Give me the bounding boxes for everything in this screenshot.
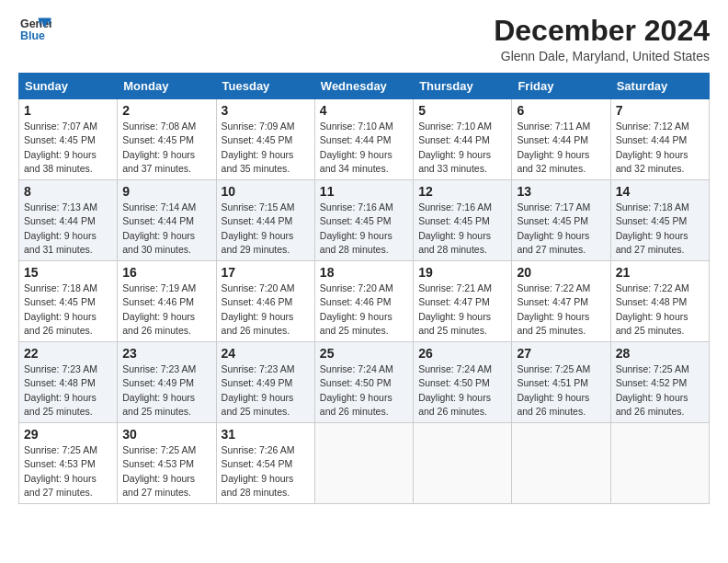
day-number: 19: [418, 265, 506, 280]
calendar-week-row: 29Sunrise: 7:25 AMSunset: 4:53 PMDayligh…: [19, 423, 710, 504]
calendar-cell: 3Sunrise: 7:09 AMSunset: 4:45 PMDaylight…: [216, 99, 314, 180]
day-info: Sunrise: 7:08 AMSunset: 4:45 PMDaylight:…: [122, 120, 210, 176]
day-info: Sunrise: 7:25 AMSunset: 4:53 PMDaylight:…: [122, 443, 210, 500]
day-info: Sunrise: 7:10 AMSunset: 4:44 PMDaylight:…: [320, 120, 408, 176]
day-info: Sunrise: 7:14 AMSunset: 4:44 PMDaylight:…: [122, 201, 210, 257]
day-number: 31: [222, 427, 310, 442]
day-info: Sunrise: 7:25 AMSunset: 4:51 PMDaylight:…: [517, 362, 605, 419]
day-info: Sunrise: 7:19 AMSunset: 4:46 PMDaylight:…: [122, 282, 210, 338]
calendar-cell: 2Sunrise: 7:08 AMSunset: 4:45 PMDaylight…: [118, 99, 216, 180]
calendar-cell: 5Sunrise: 7:10 AMSunset: 4:44 PMDaylight…: [414, 99, 512, 180]
day-number: 29: [24, 427, 112, 442]
weekday-header-tuesday: Tuesday: [216, 74, 314, 99]
day-number: 15: [24, 265, 112, 280]
calendar-cell: 8Sunrise: 7:13 AMSunset: 4:44 PMDaylight…: [19, 180, 118, 261]
day-number: 18: [320, 265, 408, 280]
calendar-cell: 19Sunrise: 7:21 AMSunset: 4:47 PMDayligh…: [414, 261, 512, 342]
day-number: 6: [517, 103, 605, 118]
calendar-cell: 24Sunrise: 7:23 AMSunset: 4:49 PMDayligh…: [216, 342, 314, 423]
day-number: 23: [122, 346, 210, 361]
logo: General Blue: [18, 15, 51, 44]
day-info: Sunrise: 7:23 AMSunset: 4:48 PMDaylight:…: [24, 362, 112, 419]
calendar-week-row: 15Sunrise: 7:18 AMSunset: 4:45 PMDayligh…: [19, 261, 710, 342]
day-info: Sunrise: 7:23 AMSunset: 4:49 PMDaylight:…: [222, 362, 310, 419]
svg-text:Blue: Blue: [20, 29, 45, 42]
day-info: Sunrise: 7:24 AMSunset: 4:50 PMDaylight:…: [320, 362, 408, 419]
day-info: Sunrise: 7:26 AMSunset: 4:54 PMDaylight:…: [222, 443, 310, 500]
calendar-cell: [414, 423, 512, 504]
day-number: 30: [122, 427, 210, 442]
location-title: Glenn Dale, Maryland, United States: [494, 49, 710, 63]
day-info: Sunrise: 7:21 AMSunset: 4:47 PMDaylight:…: [418, 282, 506, 338]
weekday-header-row: SundayMondayTuesdayWednesdayThursdayFrid…: [19, 74, 710, 99]
calendar-cell: 12Sunrise: 7:16 AMSunset: 4:45 PMDayligh…: [414, 180, 512, 261]
day-info: Sunrise: 7:23 AMSunset: 4:49 PMDaylight:…: [122, 362, 210, 419]
calendar-cell: 16Sunrise: 7:19 AMSunset: 4:46 PMDayligh…: [118, 261, 216, 342]
day-info: Sunrise: 7:07 AMSunset: 4:45 PMDaylight:…: [24, 120, 112, 176]
day-info: Sunrise: 7:18 AMSunset: 4:45 PMDaylight:…: [24, 282, 112, 338]
weekday-header-thursday: Thursday: [414, 74, 512, 99]
calendar-cell: 18Sunrise: 7:20 AMSunset: 4:46 PMDayligh…: [314, 261, 413, 342]
calendar-cell: 17Sunrise: 7:20 AMSunset: 4:46 PMDayligh…: [216, 261, 314, 342]
day-number: 2: [122, 103, 210, 118]
calendar-cell: 1Sunrise: 7:07 AMSunset: 4:45 PMDaylight…: [19, 99, 118, 180]
day-info: Sunrise: 7:12 AMSunset: 4:44 PMDaylight:…: [616, 120, 704, 176]
day-number: 27: [517, 346, 605, 361]
day-number: 8: [24, 184, 112, 199]
calendar-cell: 20Sunrise: 7:22 AMSunset: 4:47 PMDayligh…: [512, 261, 610, 342]
day-info: Sunrise: 7:20 AMSunset: 4:46 PMDaylight:…: [320, 282, 408, 338]
calendar-cell: 28Sunrise: 7:25 AMSunset: 4:52 PMDayligh…: [610, 342, 709, 423]
day-info: Sunrise: 7:09 AMSunset: 4:45 PMDaylight:…: [222, 120, 310, 176]
calendar-week-row: 22Sunrise: 7:23 AMSunset: 4:48 PMDayligh…: [19, 342, 710, 423]
day-number: 14: [616, 184, 704, 199]
day-info: Sunrise: 7:17 AMSunset: 4:45 PMDaylight:…: [517, 201, 605, 257]
day-number: 1: [24, 103, 112, 118]
day-number: 20: [517, 265, 605, 280]
day-info: Sunrise: 7:11 AMSunset: 4:44 PMDaylight:…: [517, 120, 605, 176]
day-number: 11: [320, 184, 408, 199]
day-info: Sunrise: 7:16 AMSunset: 4:45 PMDaylight:…: [418, 201, 506, 257]
day-number: 24: [222, 346, 310, 361]
day-info: Sunrise: 7:15 AMSunset: 4:44 PMDaylight:…: [222, 201, 310, 257]
calendar-week-row: 1Sunrise: 7:07 AMSunset: 4:45 PMDaylight…: [19, 99, 710, 180]
calendar-cell: 25Sunrise: 7:24 AMSunset: 4:50 PMDayligh…: [314, 342, 413, 423]
calendar-cell: 27Sunrise: 7:25 AMSunset: 4:51 PMDayligh…: [512, 342, 610, 423]
calendar-cell: 6Sunrise: 7:11 AMSunset: 4:44 PMDaylight…: [512, 99, 610, 180]
day-number: 10: [222, 184, 310, 199]
calendar-cell: 23Sunrise: 7:23 AMSunset: 4:49 PMDayligh…: [118, 342, 216, 423]
calendar-cell: 10Sunrise: 7:15 AMSunset: 4:44 PMDayligh…: [216, 180, 314, 261]
calendar-cell: [512, 423, 610, 504]
day-info: Sunrise: 7:18 AMSunset: 4:45 PMDaylight:…: [616, 201, 704, 257]
day-info: Sunrise: 7:22 AMSunset: 4:48 PMDaylight:…: [616, 282, 704, 338]
calendar-cell: 15Sunrise: 7:18 AMSunset: 4:45 PMDayligh…: [19, 261, 118, 342]
calendar-cell: 26Sunrise: 7:24 AMSunset: 4:50 PMDayligh…: [414, 342, 512, 423]
day-info: Sunrise: 7:10 AMSunset: 4:44 PMDaylight:…: [418, 120, 506, 176]
day-info: Sunrise: 7:25 AMSunset: 4:53 PMDaylight:…: [24, 443, 112, 500]
calendar-cell: 22Sunrise: 7:23 AMSunset: 4:48 PMDayligh…: [19, 342, 118, 423]
calendar-table: SundayMondayTuesdayWednesdayThursdayFrid…: [18, 73, 710, 504]
logo-icon: General Blue: [18, 15, 51, 44]
calendar-cell: [610, 423, 709, 504]
day-number: 9: [122, 184, 210, 199]
calendar-cell: 13Sunrise: 7:17 AMSunset: 4:45 PMDayligh…: [512, 180, 610, 261]
day-info: Sunrise: 7:20 AMSunset: 4:46 PMDaylight:…: [222, 282, 310, 338]
day-number: 26: [418, 346, 506, 361]
weekday-header-saturday: Saturday: [610, 74, 709, 99]
day-number: 28: [616, 346, 704, 361]
day-info: Sunrise: 7:13 AMSunset: 4:44 PMDaylight:…: [24, 201, 112, 257]
calendar-week-row: 8Sunrise: 7:13 AMSunset: 4:44 PMDaylight…: [19, 180, 710, 261]
calendar-cell: 21Sunrise: 7:22 AMSunset: 4:48 PMDayligh…: [610, 261, 709, 342]
day-info: Sunrise: 7:24 AMSunset: 4:50 PMDaylight:…: [418, 362, 506, 419]
calendar-cell: 30Sunrise: 7:25 AMSunset: 4:53 PMDayligh…: [118, 423, 216, 504]
day-number: 5: [418, 103, 506, 118]
weekday-header-monday: Monday: [118, 74, 216, 99]
day-number: 12: [418, 184, 506, 199]
calendar-cell: 29Sunrise: 7:25 AMSunset: 4:53 PMDayligh…: [19, 423, 118, 504]
calendar-cell: 4Sunrise: 7:10 AMSunset: 4:44 PMDaylight…: [314, 99, 413, 180]
page-header: General Blue December 2024 Glenn Dale, M…: [18, 15, 710, 63]
day-number: 13: [517, 184, 605, 199]
day-number: 7: [616, 103, 704, 118]
day-number: 21: [616, 265, 704, 280]
day-info: Sunrise: 7:16 AMSunset: 4:45 PMDaylight:…: [320, 201, 408, 257]
month-title: December 2024: [494, 15, 710, 47]
